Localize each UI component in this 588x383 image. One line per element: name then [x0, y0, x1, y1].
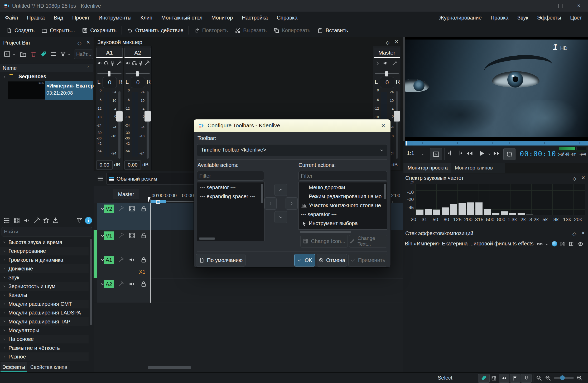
available-action-item[interactable]: --- expanding spacer --- — [200, 193, 255, 200]
effect-category-row[interactable]: Зернистость и шум — [0, 282, 89, 291]
markers-button[interactable] — [510, 374, 520, 383]
expander-chevron-icon[interactable] — [3, 276, 6, 279]
toolbar-button-paste[interactable]: Вставить — [314, 25, 351, 36]
toolbar-button-folder-open[interactable]: Открыть... — [38, 25, 78, 36]
chevron-down-icon[interactable] — [67, 53, 71, 56]
delete-icon[interactable] — [30, 51, 37, 58]
current-action-item[interactable]: --- separator --- — [299, 210, 386, 219]
save-effect-icon[interactable] — [560, 241, 566, 247]
float-panel-icon[interactable]: ◇ — [386, 40, 390, 46]
effects-icon[interactable] — [116, 60, 122, 66]
zone-in-icon[interactable] — [447, 150, 454, 157]
tab-Свойства клипа[interactable]: Свойства клипа — [27, 362, 70, 372]
record-icon[interactable] — [138, 60, 144, 66]
add-folder-icon[interactable] — [20, 51, 27, 58]
menu-item-3[interactable]: Проект — [68, 12, 94, 24]
tab-Эффекты[interactable]: Эффекты — [1, 362, 27, 372]
rewind-icon[interactable] — [466, 150, 473, 157]
zoom-slider-handle[interactable] — [560, 375, 565, 380]
current-actions-list[interactable]: Меню дорожкиРежим редактирования на моУч… — [298, 182, 387, 230]
workspace-item-1[interactable]: Правка — [486, 12, 513, 24]
menu-item-0[interactable]: Файл — [1, 12, 22, 24]
move-right-button[interactable] — [286, 197, 298, 210]
workspace-item-4[interactable]: Цвет — [566, 12, 586, 24]
move-up-button[interactable] — [274, 184, 287, 196]
effects-icon[interactable] — [144, 60, 150, 66]
cancel-button[interactable]: Отмена — [317, 254, 347, 266]
float-panel-icon[interactable]: ◇ — [572, 231, 576, 237]
bin-clip-row[interactable]: ⚑HD «Империя- Екатер 03:21:20:08 — [0, 81, 93, 100]
expander-chevron-icon[interactable] — [3, 302, 6, 306]
expander-chevron-icon[interactable] — [3, 241, 6, 244]
track-lock-icon[interactable] — [140, 280, 147, 288]
pan-slider-handle[interactable] — [385, 71, 388, 76]
audio-effects-icon[interactable] — [23, 217, 30, 224]
mute-icon[interactable] — [125, 60, 131, 66]
expander-chevron-icon[interactable] — [3, 311, 6, 314]
track-type-icon[interactable] — [128, 232, 136, 239]
minimize-button[interactable]: – — [533, 0, 551, 11]
bin-name-column-header[interactable]: Name ⌃ — [0, 63, 93, 73]
favorites-icon[interactable] — [43, 217, 50, 224]
fader-track[interactable] — [396, 91, 398, 159]
menu-item-2[interactable]: Вид — [49, 12, 68, 24]
mixer-track-name-button[interactable]: A2 — [124, 48, 151, 58]
track-lock-icon[interactable] — [140, 205, 147, 212]
current-action-item[interactable]: Режим редактирования на мо — [299, 192, 386, 201]
chevron-down-icon[interactable] — [421, 152, 425, 156]
seek-playhead[interactable] — [406, 141, 407, 146]
close-panel-icon[interactable]: × — [86, 40, 90, 45]
toolbar-combobox[interactable]: Timeline Toolbar <kdenlive> — [197, 144, 387, 156]
current-action-item[interactable]: Участок монтажного стола не — [299, 201, 386, 210]
effects-search-input[interactable] — [2, 227, 92, 236]
apply-button[interactable]: Применить — [348, 254, 387, 266]
link-icon[interactable] — [537, 241, 543, 247]
solo-icon[interactable] — [103, 60, 109, 66]
effect-category-row[interactable]: Разное — [0, 352, 89, 361]
list-view-icon[interactable] — [3, 217, 10, 224]
effect-category-row[interactable]: Высота звука и время — [0, 238, 89, 247]
track-effects-icon[interactable] — [118, 232, 124, 239]
eye-icon[interactable] — [577, 241, 584, 247]
monitor-video[interactable]: 1 HD — [405, 37, 588, 141]
expander-chevron-icon[interactable] — [3, 294, 6, 297]
tag-toggle-button[interactable] — [478, 374, 490, 383]
effect-stack-item[interactable]: Bin «Империя- Екатерина ...игровой фильм… — [403, 239, 588, 249]
balance-value-box[interactable]: 0 — [380, 77, 394, 88]
effect-category-row[interactable]: На основе — [0, 335, 89, 343]
fast-forward-icon[interactable] — [493, 150, 500, 157]
track-head-A2[interactable]: A2 — [94, 278, 150, 303]
gain-value-box[interactable]: 0,00 — [124, 160, 141, 170]
maximize-button[interactable] — [551, 0, 570, 11]
zoom-fit-icon[interactable] — [536, 375, 542, 381]
move-left-button[interactable] — [264, 197, 277, 210]
workspace-item-2[interactable]: Звук — [513, 12, 533, 24]
track-effects-icon[interactable] — [118, 206, 124, 212]
pan-slider-handle[interactable] — [136, 71, 139, 76]
close-panel-icon[interactable]: × — [581, 175, 585, 180]
effect-category-row[interactable]: Громкость и динамика — [0, 256, 89, 264]
fader-track[interactable] — [118, 91, 121, 159]
track-body-A2[interactable] — [150, 278, 403, 303]
close-button[interactable]: × — [570, 0, 588, 11]
fader-track[interactable] — [147, 91, 149, 159]
zoom-in-icon[interactable] — [576, 375, 583, 381]
gain-value-box[interactable]: 0,00 — [96, 160, 113, 170]
tab-Монитор клипов[interactable]: Монитор клипов — [451, 163, 505, 173]
effect-category-row[interactable]: Звук — [0, 273, 89, 282]
track-label-A1[interactable]: A1 — [104, 256, 114, 264]
mute-icon[interactable] — [97, 60, 103, 66]
float-panel-icon[interactable]: ◇ — [572, 176, 576, 182]
bin-search-input[interactable] — [74, 50, 93, 59]
menu-item-8[interactable]: Настройка — [237, 12, 272, 24]
splitter[interactable] — [403, 37, 405, 141]
timeline-menu-icon[interactable] — [97, 175, 104, 182]
float-panel-icon[interactable]: ◇ — [78, 40, 81, 46]
fader-handle[interactable] — [144, 111, 151, 122]
target-track-indicator[interactable] — [94, 230, 97, 254]
dialog-close-icon[interactable]: × — [381, 122, 385, 130]
tab-Монитор проекта[interactable]: Монитор проекта — [403, 163, 458, 173]
expander-chevron-icon[interactable] — [3, 250, 6, 253]
menu-item-7[interactable]: Монитор — [207, 12, 237, 24]
change-icon-button[interactable]: Change Icon... — [300, 235, 348, 248]
